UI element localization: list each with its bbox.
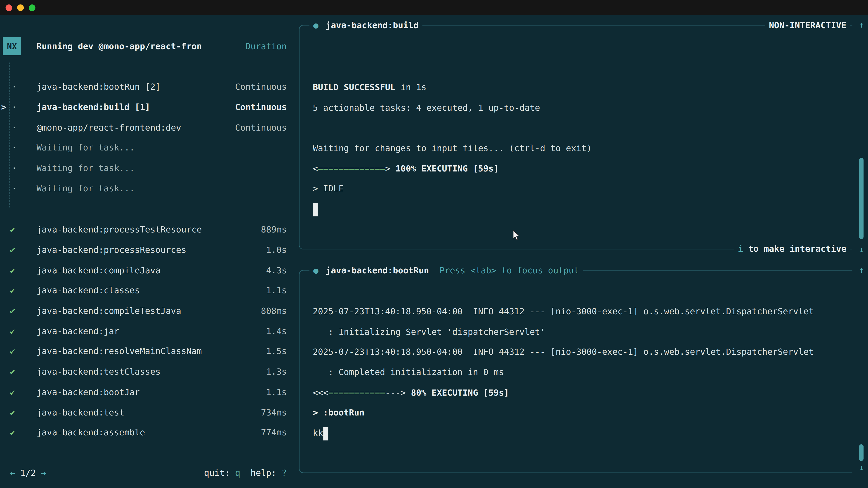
quit-label: quit: (204, 468, 235, 478)
nx-tui: NX Running dev @mono-app/react-fron Dura… (0, 15, 868, 488)
task-status: Continuous (235, 123, 287, 133)
task-row[interactable]: ✔ java-backend:bootJar 1.1s (0, 382, 287, 402)
check-icon: ✔ (10, 347, 15, 357)
task-row-bootrun[interactable]: · java-backend:bootRun [2] Continuous (0, 77, 287, 97)
bootrun-panel-title-group: ●java-backend:bootRunPress <tab> to focu… (309, 263, 583, 278)
terminal-line (313, 199, 852, 220)
check-icon: ✔ (10, 245, 15, 255)
terminal-line: kk (313, 423, 852, 444)
task-row[interactable]: ✔ java-backend:compileTestJava 808ms (0, 301, 287, 321)
check-icon: ✔ (10, 306, 15, 316)
task-name: java-backend:bootJar (37, 387, 140, 397)
sidebar-title: Running dev @mono-app/react-fron (37, 41, 202, 51)
selection-arrow-icon: > (1, 102, 6, 112)
task-status: Continuous (235, 82, 287, 92)
bootrun-scroll-up-icon[interactable]: ↑ (859, 263, 864, 277)
bootrun-scrollbar[interactable] (859, 445, 864, 461)
task-row[interactable]: ✔ java-backend:jar 1.4s (0, 321, 287, 341)
task-duration: 1.4s (266, 326, 287, 336)
task-name: java-backend:assemble (37, 428, 145, 438)
build-scroll-up-icon[interactable]: ↑ (859, 18, 864, 32)
task-row[interactable]: ✔ java-backend:testClasses 1.3s (0, 362, 287, 382)
interactive-hint-text: to make interactive (743, 244, 846, 254)
interactive-hint: i to make interactive (734, 242, 850, 256)
progress-suffix: > (385, 164, 391, 173)
gradle-progress-line: <<<===========---> 80% EXECUTING [59s] (313, 383, 852, 403)
task-name: java-backend:test (37, 408, 125, 418)
task-row[interactable]: ✔ java-backend:compileJava 4.3s (0, 260, 287, 281)
build-output-panel[interactable]: ●java-backend:build NON-INTERACTIVE BUIL… (299, 25, 852, 250)
task-name: java-backend:build [1] (37, 102, 150, 112)
focus-output-hint: Press <tab> to focus output (439, 263, 579, 278)
task-sidebar: NX Running dev @mono-app/react-fron Dura… (0, 15, 299, 488)
bootrun-panel-title: java-backend:bootRun (326, 263, 429, 278)
progress-bar-fill: ============= (318, 164, 385, 173)
log-line: 2025-07-23T13:40:18.950-04:00 INFO 44312… (313, 302, 852, 322)
sidebar-footer: ← 1/2 → quit: q help: ? (0, 463, 287, 484)
help-key[interactable]: ? (282, 468, 287, 478)
progress-remainder: ---> (385, 388, 406, 398)
check-icon: ✔ (10, 225, 15, 235)
nx-logo: NX (3, 37, 21, 55)
waiting-label: Waiting for task... (37, 143, 135, 153)
log-text: : Initializing Servlet 'dispatcherServle… (313, 327, 545, 337)
build-panel-title: java-backend:build (326, 18, 418, 33)
task-name: java-backend:compileJava (37, 265, 160, 275)
page-right-arrow[interactable]: → (41, 468, 46, 478)
bootrun-scroll-down-icon[interactable]: ↓ (859, 460, 864, 475)
bootrun-panel-header: ●java-backend:bootRunPress <tab> to focu… (309, 263, 850, 278)
minimize-button[interactable] (17, 4, 24, 11)
task-duration: 1.0s (266, 245, 287, 255)
waiting-label: Waiting for task... (37, 184, 135, 194)
running-dot-icon: ● (313, 18, 318, 33)
task-duration: 808ms (261, 306, 287, 316)
check-icon: ✔ (10, 326, 15, 336)
build-scrollbar[interactable] (859, 158, 864, 239)
spinner-icon: · (11, 82, 17, 92)
task-row[interactable]: ✔ java-backend:assemble 774ms (0, 423, 287, 443)
task-row[interactable]: ✔ java-backend:processTestResource 889ms (0, 220, 287, 240)
progress-status-text: 80% EXECUTING [59s] (406, 388, 509, 398)
waiting-task-row: · Waiting for task... (0, 178, 287, 199)
task-row[interactable]: ✔ java-backend:processResources 1.0s (0, 240, 287, 260)
waiting-task-row: · Waiting for task... (0, 138, 287, 158)
task-name: java-backend:testClasses (37, 367, 160, 377)
check-icon: ✔ (10, 367, 15, 377)
log-text: : Completed initialization in 0 ms (313, 367, 504, 377)
sidebar-header: NX Running dev @mono-app/react-fron Dura… (3, 37, 287, 55)
task-row[interactable]: ✔ java-backend:classes 1.1s (0, 281, 287, 301)
task-name: java-backend:bootRun [2] (37, 82, 160, 92)
terminal-line: > IDLE (313, 179, 852, 199)
task-duration: 1.1s (266, 387, 287, 397)
close-button[interactable] (5, 4, 12, 11)
help-label: help: (240, 468, 282, 478)
build-scroll-down-icon[interactable]: ↓ (859, 242, 864, 257)
zoom-button[interactable] (29, 4, 35, 11)
non-interactive-badge: NON-INTERACTIVE (765, 18, 850, 33)
check-icon: ✔ (10, 408, 15, 418)
build-panel-header: ●java-backend:build NON-INTERACTIVE (309, 18, 850, 33)
task-duration: 734ms (261, 408, 287, 418)
spinner-icon: · (11, 102, 17, 112)
task-duration: 774ms (261, 428, 287, 438)
bullet-icon: · (11, 184, 17, 194)
build-panel-body: BUILD SUCCESSFUL in 1s 5 actionable task… (300, 26, 852, 220)
check-icon: ✔ (10, 428, 15, 438)
page-left-arrow[interactable]: ← (10, 468, 15, 478)
task-row-frontend-dev[interactable]: · @mono-app/react-frontend:dev Continuou… (0, 118, 287, 138)
task-duration: 1.3s (266, 367, 287, 377)
terminal-cursor (313, 203, 318, 216)
pagination: ← 1/2 → (10, 468, 46, 478)
bullet-icon: · (11, 163, 17, 173)
interactive-hint-key[interactable]: i (738, 244, 743, 254)
task-row[interactable]: ✔ java-backend:test 734ms (0, 402, 287, 423)
terminal-line: 5 actionable tasks: 4 executed, 1 up-to-… (313, 98, 852, 118)
task-name: java-backend:compileTestJava (37, 306, 181, 316)
bootrun-panel-body: 2025-07-23T13:40:18.950-04:00 INFO 44312… (300, 271, 852, 444)
terminal-line-blank (313, 118, 852, 138)
bootrun-output-panel[interactable]: ●java-backend:bootRunPress <tab> to focu… (299, 270, 852, 473)
waiting-label: Waiting for task... (37, 163, 135, 173)
task-row-build-selected[interactable]: > · java-backend:build [1] Continuous (0, 97, 287, 118)
quit-key[interactable]: q (235, 468, 240, 478)
task-row[interactable]: ✔ java-backend:resolveMainClassNam 1.5s (0, 341, 287, 362)
